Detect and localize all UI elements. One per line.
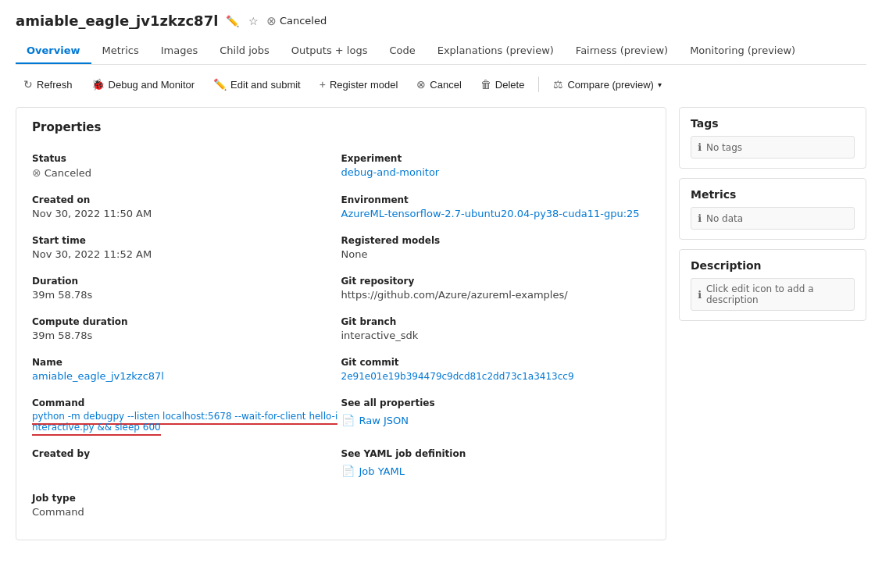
metrics-title: Metrics xyxy=(691,188,855,201)
debug-monitor-button[interactable]: 🐞 Debug and Monitor xyxy=(84,74,203,94)
properties-panel: Properties Status ⊗ Canceled Experiment … xyxy=(16,107,666,540)
raw-json-label: Raw JSON xyxy=(359,415,409,426)
refresh-button[interactable]: ↻ Refresh xyxy=(16,74,80,94)
command-text: python -m debugpy --listen localhost:567… xyxy=(32,411,337,436)
start-time-value: Nov 30, 2022 11:52 AM xyxy=(32,248,341,260)
cancel-status-icon: ⊗ xyxy=(266,14,277,28)
git-repo-value: https://github.com/Azure/azureml-example… xyxy=(341,289,651,301)
metrics-card: Metrics ℹ No data xyxy=(679,178,866,240)
registered-models-value: None xyxy=(341,248,651,260)
delete-icon: 🗑 xyxy=(480,78,491,91)
raw-json-button[interactable]: 📄 Raw JSON xyxy=(341,414,409,426)
description-info-icon: ℹ xyxy=(698,289,702,301)
tabs-nav: Overview Metrics Images Child jobs Outpu… xyxy=(16,38,866,65)
favorite-button[interactable]: ☆ xyxy=(247,13,260,29)
tags-title: Tags xyxy=(691,117,855,130)
metrics-empty-label: No data xyxy=(706,213,743,224)
experiment-link[interactable]: debug-and-monitor xyxy=(341,166,440,178)
tab-child-jobs[interactable]: Child jobs xyxy=(209,38,280,64)
tab-images[interactable]: Images xyxy=(150,38,209,64)
prop-git-commit: Git commit 2e91e01e19b394479c9dcd81c2dd7… xyxy=(341,351,651,391)
prop-job-type: Job type Command xyxy=(32,486,341,527)
environment-link[interactable]: AzureML-tensorflow-2.7-ubuntu20.04-py38-… xyxy=(341,208,640,219)
prop-start-time: Start time Nov 30, 2022 11:52 AM xyxy=(32,229,341,269)
git-branch-value: interactive_sdk xyxy=(341,330,651,341)
yaml-button[interactable]: 📄 Job YAML xyxy=(341,465,405,477)
tab-monitoring[interactable]: Monitoring (preview) xyxy=(679,38,806,64)
description-hint: Click edit icon to add a description xyxy=(706,283,848,305)
tags-empty-row: ℹ No tags xyxy=(691,136,855,159)
cancel-button[interactable]: ⊗ Cancel xyxy=(409,74,469,94)
prop-name: Name amiable_eagle_jv1zkzc87l xyxy=(32,351,341,391)
command-value: python -m debugpy --listen localhost:567… xyxy=(32,411,341,433)
status-label: Canceled xyxy=(280,15,327,27)
status-value: Canceled xyxy=(45,167,91,179)
tab-metrics[interactable]: Metrics xyxy=(91,38,150,64)
toolbar: ↻ Refresh 🐞 Debug and Monitor ✏️ Edit an… xyxy=(16,74,866,94)
page-title: amiable_eagle_jv1zkzc87l xyxy=(16,12,218,29)
properties-grid: Status ⊗ Canceled Experiment debug-and-m… xyxy=(32,147,650,527)
compute-duration-value: 39m 58.78s xyxy=(32,330,341,341)
debug-icon: 🐞 xyxy=(91,78,105,91)
prop-registered-models: Registered models None xyxy=(341,229,651,269)
name-link[interactable]: amiable_eagle_jv1zkzc87l xyxy=(32,370,164,382)
description-card: Description ℹ Click edit icon to add a d… xyxy=(679,249,866,321)
tags-empty-label: No tags xyxy=(706,142,742,153)
prop-git-branch: Git branch interactive_sdk xyxy=(341,310,651,351)
prop-experiment: Experiment debug-and-monitor xyxy=(341,147,651,188)
tab-code[interactable]: Code xyxy=(378,38,426,64)
main-content: Properties Status ⊗ Canceled Experiment … xyxy=(16,107,866,540)
cancel-icon: ⊗ xyxy=(416,78,426,91)
prop-created-by: Created by xyxy=(32,442,341,486)
tab-overview[interactable]: Overview xyxy=(16,38,91,64)
info-icon: ℹ xyxy=(698,141,702,153)
metrics-empty-row: ℹ No data xyxy=(691,207,855,230)
tab-explanations[interactable]: Explanations (preview) xyxy=(427,38,565,64)
tags-card: Tags ℹ No tags xyxy=(679,107,866,169)
status-canceled-icon: ⊗ xyxy=(32,166,41,179)
right-sidebar: Tags ℹ No tags Metrics ℹ No data Descrip… xyxy=(679,107,866,540)
prop-compute-duration: Compute duration 39m 58.78s xyxy=(32,310,341,351)
git-commit-link[interactable]: 2e91e01e19b394479c9dcd81c2dd73c1a3413cc9 xyxy=(341,371,574,382)
created-on-value: Nov 30, 2022 11:50 AM xyxy=(32,208,341,219)
prop-command: Command python -m debugpy --listen local… xyxy=(32,391,341,442)
delete-button[interactable]: 🗑 Delete xyxy=(473,74,533,94)
page-header: amiable_eagle_jv1zkzc87l ✏️ ☆ ⊗ Canceled xyxy=(16,12,866,29)
edit-title-button[interactable]: ✏️ xyxy=(224,13,241,29)
metrics-info-icon: ℹ xyxy=(698,212,702,224)
status-badge: ⊗ Canceled xyxy=(266,14,327,28)
edit-icon: ✏️ xyxy=(213,78,227,91)
file-icon: 📄 xyxy=(341,414,355,426)
chevron-down-icon: ▾ xyxy=(658,80,662,89)
edit-submit-button[interactable]: ✏️ Edit and submit xyxy=(205,74,309,94)
prop-git-repo: Git repository https://github.com/Azure/… xyxy=(341,269,651,310)
compare-icon: ⚖ xyxy=(553,78,563,91)
prop-status: Status ⊗ Canceled xyxy=(32,147,341,188)
properties-title: Properties xyxy=(32,120,650,134)
description-hint-row: ℹ Click edit icon to add a description xyxy=(691,278,855,311)
tab-fairness[interactable]: Fairness (preview) xyxy=(565,38,679,64)
toolbar-divider xyxy=(538,77,539,92)
prop-environment: Environment AzureML-tensorflow-2.7-ubunt… xyxy=(341,188,651,229)
yaml-file-icon: 📄 xyxy=(341,465,355,477)
yaml-label: Job YAML xyxy=(359,465,405,477)
job-type-value: Command xyxy=(32,506,341,518)
plus-icon: + xyxy=(320,78,326,91)
prop-yaml-section: See YAML job definition 📄 Job YAML xyxy=(341,442,651,486)
prop-see-all-properties: See all properties 📄 Raw JSON xyxy=(341,391,651,442)
description-title: Description xyxy=(691,259,855,272)
tab-outputs-logs[interactable]: Outputs + logs xyxy=(280,38,379,64)
refresh-icon: ↻ xyxy=(23,78,33,91)
prop-right-empty xyxy=(341,486,651,527)
duration-value: 39m 58.78s xyxy=(32,289,341,301)
prop-created-on: Created on Nov 30, 2022 11:50 AM xyxy=(32,188,341,229)
register-model-button[interactable]: + Register model xyxy=(312,74,406,94)
prop-duration: Duration 39m 58.78s xyxy=(32,269,341,310)
compare-button[interactable]: ⚖ Compare (preview) ▾ xyxy=(545,74,670,94)
